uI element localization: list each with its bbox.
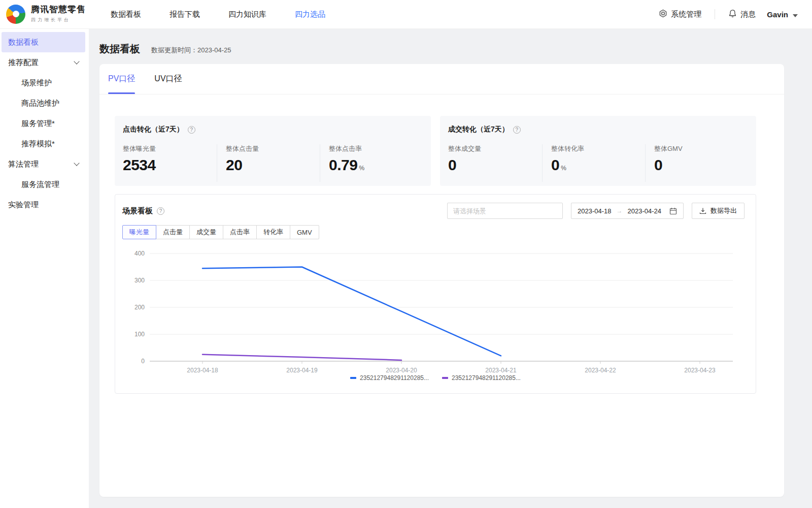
system-settings-label: 系统管理 xyxy=(671,10,701,19)
svg-text:2023-04-18: 2023-04-18 xyxy=(187,367,218,373)
sidebar-group-recommend-config[interactable]: 推荐配置 xyxy=(0,52,89,73)
metric-label: 整体曝光量 xyxy=(123,144,217,153)
caret-down-icon xyxy=(793,10,798,19)
date-range-picker[interactable]: 2023-04-18 2023-04-24 xyxy=(571,203,684,219)
sidebar-item-service-manage[interactable]: 服务管理* xyxy=(0,113,89,134)
deal-conversion-panel: 成交转化（近7天） 整体成交量 0 整体转化率 0 % xyxy=(440,116,756,186)
nav-item-knowledge[interactable]: 四力知识库 xyxy=(228,10,266,19)
sidebar-item-product-pool[interactable]: 商品池维护 xyxy=(0,93,89,113)
dashboard-card: PV口径 UV口径 点击转化（近7天） 整体曝光量 2534 xyxy=(99,64,784,497)
svg-text:400: 400 xyxy=(134,250,145,257)
sidebar-item-label: 实验管理 xyxy=(8,200,39,210)
sidebar-item-recommend-simulate[interactable]: 推荐模拟* xyxy=(0,134,89,154)
svg-text:2023-04-21: 2023-04-21 xyxy=(485,367,517,373)
download-icon xyxy=(699,207,706,214)
bell-icon xyxy=(728,9,737,19)
metric-label: 整体点击率 xyxy=(329,144,423,153)
metric-exposure: 整体曝光量 2534 xyxy=(123,144,217,182)
filter-gmv[interactable]: GMV xyxy=(290,225,319,239)
tab-uv[interactable]: UV口径 xyxy=(154,64,182,94)
metric-value: 0.79 xyxy=(329,157,357,173)
metric-deals: 整体成交量 0 xyxy=(448,144,542,182)
filter-exposure[interactable]: 曝光量 xyxy=(122,225,156,239)
nav-item-selection[interactable]: 四力选品 xyxy=(295,10,325,19)
brand-swirl-icon xyxy=(6,5,25,24)
sidebar-group-algorithm-manage[interactable]: 算法管理 xyxy=(0,154,89,174)
panel-title: 点击转化（近7天） xyxy=(123,125,184,134)
sidebar-item-label: 推荐模拟* xyxy=(21,139,55,149)
sidebar-item-service-flow[interactable]: 服务流管理 xyxy=(0,174,89,195)
scene-board-panel: 场景看板 2023-04-18 2023-04-24 xyxy=(115,194,756,394)
filter-cvr[interactable]: 转化率 xyxy=(256,225,290,239)
metric-unit: % xyxy=(561,165,566,173)
metric-clicks: 整体点击量 20 xyxy=(217,144,320,182)
top-nav: 数据看板 报告下载 四力知识库 四力选品 xyxy=(111,10,325,19)
topbar-right: 系统管理 消息 Gavin xyxy=(659,9,812,19)
help-icon[interactable] xyxy=(513,126,521,134)
chevron-down-icon xyxy=(74,160,79,166)
calendar-icon[interactable] xyxy=(669,207,677,215)
metric-value: 0 xyxy=(654,157,662,173)
sidebar: 数据看板 推荐配置 场景维护 商品池维护 服务管理* 推荐模拟* 算法管理 服务… xyxy=(0,29,89,508)
legend-swatch xyxy=(442,377,448,379)
sidebar-item-scene-maintain[interactable]: 场景维护 xyxy=(0,73,89,93)
arrow-right-icon xyxy=(617,207,623,214)
metric-label: 整体GMV xyxy=(654,144,748,153)
svg-text:300: 300 xyxy=(134,277,145,284)
sidebar-item-experiment-manage[interactable]: 实验管理 xyxy=(0,195,89,215)
svg-text:100: 100 xyxy=(134,331,145,338)
date-end[interactable]: 2023-04-24 xyxy=(628,207,662,215)
legend-item-blue[interactable]: 2352127948291120285... xyxy=(350,374,429,382)
system-settings-button[interactable]: 系统管理 xyxy=(659,9,701,19)
svg-text:2023-04-20: 2023-04-20 xyxy=(386,367,417,373)
topbar-divider xyxy=(715,9,715,19)
gear-icon xyxy=(659,9,667,19)
chart-legend: 2352127948291120285... 23521279482911202… xyxy=(115,374,756,382)
legend-swatch xyxy=(350,377,356,379)
metric-filter-group: 曝光量 点击量 成交量 点击率 转化率 GMV xyxy=(122,225,756,239)
topbar: 腾讯智慧零售 四力增长平台 数据看板 报告下载 四力知识库 四力选品 系统管理 … xyxy=(0,0,812,29)
nav-item-reports[interactable]: 报告下载 xyxy=(170,10,200,19)
help-icon[interactable] xyxy=(188,126,195,134)
line-chart-canvas[interactable]: 40030020010002023-04-182023-04-192023-04… xyxy=(115,247,756,373)
scene-select-input[interactable] xyxy=(453,207,557,215)
scene-select[interactable] xyxy=(447,203,563,219)
legend-label: 2352127948291120285... xyxy=(452,374,521,382)
panel-title: 成交转化（近7天） xyxy=(448,125,509,134)
svg-text:2023-04-19: 2023-04-19 xyxy=(286,367,318,373)
sidebar-item-label: 服务流管理 xyxy=(21,180,59,189)
export-data-label: 数据导出 xyxy=(710,206,737,215)
metric-label: 整体转化率 xyxy=(551,144,645,153)
main-content: 数据看板 数据更新时间：2023-04-25 PV口径 UV口径 点击转化（近7… xyxy=(89,29,812,508)
filter-ctr[interactable]: 点击率 xyxy=(223,225,257,239)
filter-clicks[interactable]: 点击量 xyxy=(156,225,190,239)
user-name: Gavin xyxy=(767,10,788,19)
svg-text:2023-04-22: 2023-04-22 xyxy=(585,367,616,373)
brand-subtitle: 四力增长平台 xyxy=(31,17,86,23)
brand-title: 腾讯智慧零售 xyxy=(31,5,86,15)
metric-value: 20 xyxy=(226,157,242,173)
metric-label: 整体点击量 xyxy=(226,144,320,153)
help-icon[interactable] xyxy=(157,207,164,215)
export-data-button[interactable]: 数据导出 xyxy=(692,203,745,219)
svg-text:0: 0 xyxy=(141,358,145,365)
tab-pv[interactable]: PV口径 xyxy=(108,64,135,94)
messages-button[interactable]: 消息 xyxy=(728,9,756,19)
filter-deals[interactable]: 成交量 xyxy=(189,225,223,239)
stats-row: 点击转化（近7天） 整体曝光量 2534 整体点击量 20 xyxy=(99,94,784,186)
sidebar-item-label: 服务管理* xyxy=(21,119,55,129)
metric-value: 2534 xyxy=(123,157,156,173)
metric-unit: % xyxy=(359,165,364,173)
metric-value: 0 xyxy=(551,157,559,173)
svg-text:2023-04-23: 2023-04-23 xyxy=(684,367,716,373)
line-chart[interactable]: 40030020010002023-04-182023-04-192023-04… xyxy=(115,247,756,373)
legend-item-purple[interactable]: 2352127948291120285... xyxy=(442,374,521,382)
svg-text:200: 200 xyxy=(134,304,145,311)
page-title: 数据看板 xyxy=(99,42,140,56)
nav-item-dashboard[interactable]: 数据看板 xyxy=(111,10,141,19)
metric-gmv: 整体GMV 0 xyxy=(645,144,748,182)
sidebar-item-data-dashboard[interactable]: 数据看板 xyxy=(2,32,85,52)
date-start[interactable]: 2023-04-18 xyxy=(578,207,612,215)
user-menu[interactable]: Gavin xyxy=(767,10,798,19)
sidebar-item-label: 场景维护 xyxy=(21,78,52,88)
